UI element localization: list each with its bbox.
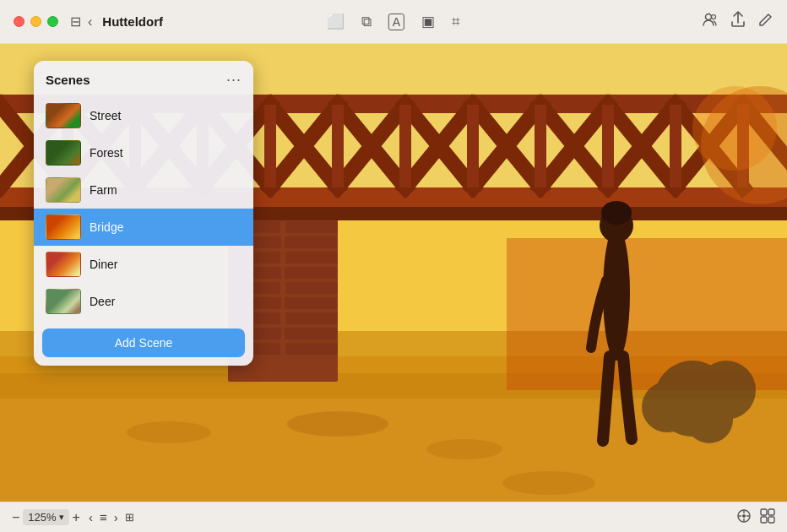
layout-icon[interactable]: ⬜ <box>327 13 345 30</box>
scene-thumb-farm <box>46 177 81 203</box>
svg-rect-17 <box>285 282 338 294</box>
scene-label-diner: Diner <box>90 258 117 271</box>
svg-rect-13 <box>285 252 338 263</box>
edit-icon[interactable] <box>757 12 773 32</box>
scene-label-bridge: Bridge <box>90 220 123 234</box>
scene-thumb-deer <box>46 289 81 314</box>
nav-list-button[interactable]: ≡ <box>100 510 107 524</box>
layers-icon[interactable]: ⧉ <box>361 14 372 30</box>
bottom-right-icons <box>736 508 775 526</box>
svg-point-66 <box>601 201 632 225</box>
scene-item-forest[interactable]: Forest <box>34 134 253 171</box>
collaborators-icon[interactable] <box>702 11 719 32</box>
scene-item-farm[interactable]: Farm <box>34 171 253 209</box>
nav-add-button[interactable]: ⊞ <box>125 511 134 524</box>
page-title: Hutteldorf <box>102 14 163 29</box>
svg-point-76 <box>692 86 777 171</box>
svg-rect-23 <box>285 328 337 339</box>
svg-point-69 <box>642 382 692 432</box>
minimize-button[interactable] <box>30 16 41 27</box>
zoom-level-selector[interactable]: 125% ▾ <box>23 509 68 525</box>
svg-point-74 <box>502 471 595 495</box>
svg-rect-19 <box>285 297 337 309</box>
scene-item-bridge[interactable]: Bridge <box>34 209 253 246</box>
svg-rect-21 <box>285 312 338 324</box>
svg-rect-83 <box>761 509 767 515</box>
scene-label-forest: Forest <box>90 146 123 160</box>
zoom-in-button[interactable]: + <box>73 510 80 525</box>
svg-rect-11 <box>285 236 337 248</box>
svg-point-70 <box>686 396 733 443</box>
bottom-bar: − 125% ▾ + ‹ ≡ › ⊞ <box>0 502 787 532</box>
sidebar-toggle-icon[interactable]: ⊟ <box>70 14 81 30</box>
svg-rect-86 <box>768 517 774 523</box>
scene-item-diner[interactable]: Diner <box>34 246 253 283</box>
svg-rect-9 <box>285 221 338 233</box>
share-icon[interactable] <box>730 11 746 32</box>
nav-prev-button[interactable]: ‹ <box>89 510 93 524</box>
scenes-header: Scenes ··· <box>34 61 253 95</box>
svg-point-72 <box>426 439 502 459</box>
media-icon[interactable]: ▣ <box>421 13 435 30</box>
svg-point-0 <box>706 14 712 20</box>
scene-item-deer[interactable]: Deer <box>34 283 253 320</box>
scene-list: Street Forest Farm Bridge Diner Deer <box>34 95 253 322</box>
svg-rect-25 <box>285 343 338 355</box>
svg-rect-15 <box>285 267 337 279</box>
scene-label-street: Street <box>90 109 121 122</box>
scene-thumb-bridge <box>46 214 81 240</box>
toolbar-right <box>702 11 773 32</box>
zoom-chevron-icon: ▾ <box>59 512 64 523</box>
network-icon[interactable] <box>736 508 752 526</box>
close-button[interactable] <box>14 16 24 27</box>
toolbar-center: ⬜ ⧉ A ▣ ⌗ <box>327 13 460 30</box>
zoom-out-button[interactable]: − <box>12 510 19 525</box>
add-scene-button[interactable]: Add Scene <box>42 328 245 357</box>
view-toggle-icon[interactable] <box>760 508 775 526</box>
traffic-lights <box>14 16 58 27</box>
scenes-panel-title: Scenes <box>46 73 90 87</box>
scene-thumb-forest <box>46 140 81 166</box>
zoom-value: 125% <box>28 511 56 524</box>
maximize-button[interactable] <box>47 16 58 27</box>
folder-icon[interactable]: ⌗ <box>452 14 460 30</box>
svg-point-73 <box>127 421 211 443</box>
svg-point-71 <box>287 411 388 437</box>
scene-thumb-street <box>46 103 81 128</box>
svg-point-78 <box>742 514 746 518</box>
scene-label-farm: Farm <box>90 183 117 197</box>
scene-thumb-diner <box>46 252 81 277</box>
nav-next-button[interactable]: › <box>114 510 118 524</box>
scenes-panel: Scenes ··· Street Forest Farm Bridge <box>34 61 253 366</box>
text-icon[interactable]: A <box>388 14 404 30</box>
svg-rect-84 <box>768 509 774 515</box>
main-canvas-area: Scenes ··· Street Forest Farm Bridge <box>0 44 787 532</box>
back-button[interactable]: ‹ <box>88 14 92 30</box>
titlebar: ⊟ ‹ Hutteldorf ⬜ ⧉ A ▣ ⌗ <box>0 0 787 44</box>
scene-item-street[interactable]: Street <box>34 97 253 134</box>
scene-label-deer: Deer <box>90 295 115 308</box>
svg-rect-85 <box>761 517 767 523</box>
nav-buttons: ‹ ≡ › ⊞ <box>89 510 134 524</box>
scenes-more-button[interactable]: ··· <box>226 71 242 89</box>
